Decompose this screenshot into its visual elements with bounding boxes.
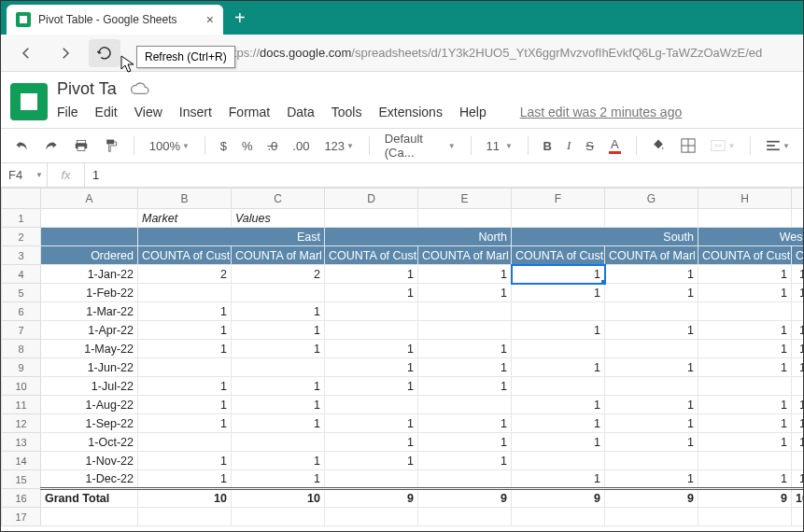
document-title[interactable]: Pivot Ta — [57, 79, 117, 99]
cell[interactable]: 9 — [418, 489, 512, 508]
cell[interactable]: 1 — [792, 321, 805, 340]
cell[interactable]: 1 — [605, 321, 698, 340]
cell[interactable]: 9 — [698, 489, 792, 508]
cell[interactable] — [418, 396, 512, 414]
col-header-D[interactable]: D — [325, 189, 418, 209]
cell[interactable]: COUNTA of Cust — [698, 246, 792, 265]
cell[interactable]: 1 — [232, 414, 325, 433]
row-header[interactable]: 12 — [2, 414, 41, 433]
cell[interactable] — [418, 508, 512, 526]
cell[interactable]: 1 — [418, 414, 512, 433]
cell[interactable]: Market — [138, 209, 232, 228]
fill-color-button[interactable] — [647, 134, 670, 157]
menu-format[interactable]: Format — [229, 105, 270, 119]
cell[interactable]: 1 — [512, 321, 605, 340]
cell[interactable] — [792, 377, 805, 396]
cell[interactable] — [138, 508, 232, 526]
cell[interactable] — [41, 228, 138, 246]
number-format-select[interactable]: 123▼ — [320, 135, 358, 157]
row-header[interactable]: 5 — [2, 284, 41, 302]
percent-button[interactable]: % — [238, 135, 257, 157]
cell[interactable] — [325, 321, 418, 340]
borders-button[interactable] — [677, 134, 699, 157]
row-header[interactable]: 17 — [2, 508, 41, 526]
merge-button[interactable]: ▼ — [707, 135, 739, 156]
cell[interactable] — [792, 209, 805, 228]
cell[interactable]: 2 — [138, 265, 232, 284]
cell[interactable]: COUNTA of Marl — [232, 246, 325, 265]
cell[interactable] — [698, 377, 792, 396]
row-header[interactable]: 13 — [2, 433, 41, 452]
cell[interactable]: 1 — [792, 470, 805, 489]
cell[interactable]: 1 — [698, 396, 792, 414]
cell[interactable]: 1 — [698, 321, 792, 340]
cell[interactable]: 1 — [325, 433, 418, 452]
cell[interactable]: West — [698, 228, 805, 246]
cell[interactable] — [138, 433, 232, 452]
cell[interactable]: 1 — [605, 358, 698, 377]
cell[interactable]: 1 — [605, 470, 698, 489]
cell[interactable]: 1 — [138, 340, 232, 358]
col-header-B[interactable]: B — [138, 189, 232, 209]
col-header-G[interactable]: G — [605, 189, 698, 209]
cell[interactable]: 1 — [325, 414, 418, 433]
align-button[interactable]: ▼ — [762, 136, 794, 155]
redo-button[interactable] — [40, 135, 63, 156]
row-header[interactable]: 11 — [2, 396, 41, 414]
row-header[interactable]: 1 — [2, 209, 41, 228]
bold-button[interactable]: B — [540, 135, 556, 157]
cell[interactable]: 1 — [792, 340, 805, 358]
text-color-button[interactable]: A — [605, 133, 625, 158]
zoom-select[interactable]: 100% ▼ — [146, 135, 193, 157]
cell[interactable] — [325, 209, 418, 228]
cell[interactable]: COUNTA of Cust — [325, 246, 418, 265]
cell[interactable]: 10 — [232, 489, 325, 508]
cloud-saved-icon[interactable] — [130, 82, 150, 97]
cell[interactable]: 1-Mar-22 — [41, 302, 138, 321]
cell[interactable] — [698, 508, 792, 526]
cell[interactable] — [605, 452, 698, 470]
cell[interactable] — [138, 284, 232, 302]
last-edit-link[interactable]: Last edit was 2 minutes ago — [520, 105, 683, 119]
back-button[interactable] — [10, 39, 42, 67]
sheets-logo-icon[interactable] — [10, 83, 48, 120]
cell[interactable] — [232, 358, 325, 377]
cell[interactable]: COUNTA of Marl — [605, 246, 698, 265]
cell[interactable]: 1 — [792, 433, 805, 452]
cell[interactable] — [698, 302, 792, 321]
col-header-H[interactable]: H — [698, 189, 792, 209]
cell[interactable]: 1 — [325, 265, 418, 284]
cell[interactable]: East — [138, 228, 325, 246]
cell[interactable] — [232, 433, 325, 452]
cell[interactable] — [605, 209, 698, 228]
cell[interactable]: 1-Oct-22 — [41, 433, 138, 452]
row-header[interactable]: 6 — [2, 302, 41, 321]
cell[interactable]: 1 — [512, 396, 605, 414]
cell[interactable]: 1 — [605, 396, 698, 414]
decrease-decimal-button[interactable]: .0 — [263, 135, 281, 157]
col-header-A[interactable]: A — [41, 189, 138, 209]
cell[interactable]: 1 — [232, 470, 325, 489]
cell[interactable]: 1 — [418, 284, 512, 302]
close-tab-icon[interactable]: × — [206, 12, 214, 27]
cell[interactable]: 1 — [698, 433, 792, 452]
menu-tools[interactable]: Tools — [331, 105, 362, 119]
cell[interactable]: 1 — [605, 284, 698, 302]
cell[interactable] — [418, 321, 512, 340]
font-size-select[interactable]: 11▼ — [483, 135, 516, 157]
cell[interactable]: 1 — [698, 470, 792, 489]
cell[interactable]: 1 — [138, 321, 232, 340]
cell[interactable] — [792, 508, 805, 526]
cell[interactable] — [512, 508, 605, 526]
cell[interactable]: Ordered — [41, 246, 138, 265]
cell[interactable] — [418, 470, 512, 489]
cell[interactable]: 1-Jun-22 — [41, 358, 138, 377]
cell[interactable]: 9 — [325, 489, 418, 508]
cell[interactable] — [418, 209, 512, 228]
cell[interactable]: 1 — [792, 358, 805, 377]
row-header[interactable]: 2 — [2, 228, 41, 246]
menu-data[interactable]: Data — [287, 105, 315, 119]
cell[interactable]: COUNTA of Cust — [138, 246, 232, 265]
cell[interactable]: 9 — [605, 489, 698, 508]
cell[interactable]: 1 — [418, 340, 512, 358]
